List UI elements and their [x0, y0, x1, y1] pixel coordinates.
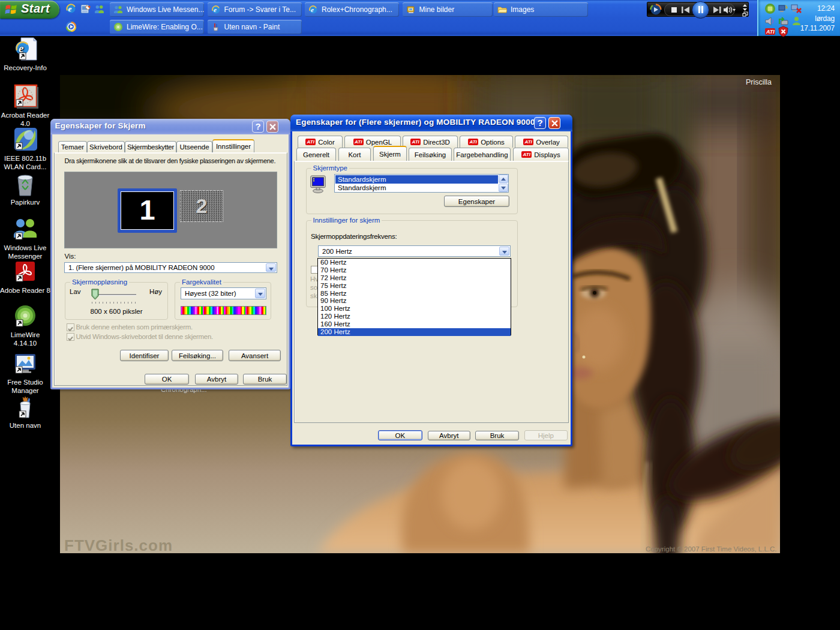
svg-text:e: e	[311, 6, 314, 13]
svg-text:FTVGirls.com: FTVGirls.com	[64, 536, 173, 553]
svg-text:Priscilla: Priscilla	[746, 78, 772, 86]
svg-text:e: e	[214, 6, 217, 13]
svg-text:ATI: ATI	[766, 29, 775, 35]
svg-text:Copyright © 2007 First Time Vi: Copyright © 2007 First Time Videos, L.L.…	[646, 545, 777, 553]
